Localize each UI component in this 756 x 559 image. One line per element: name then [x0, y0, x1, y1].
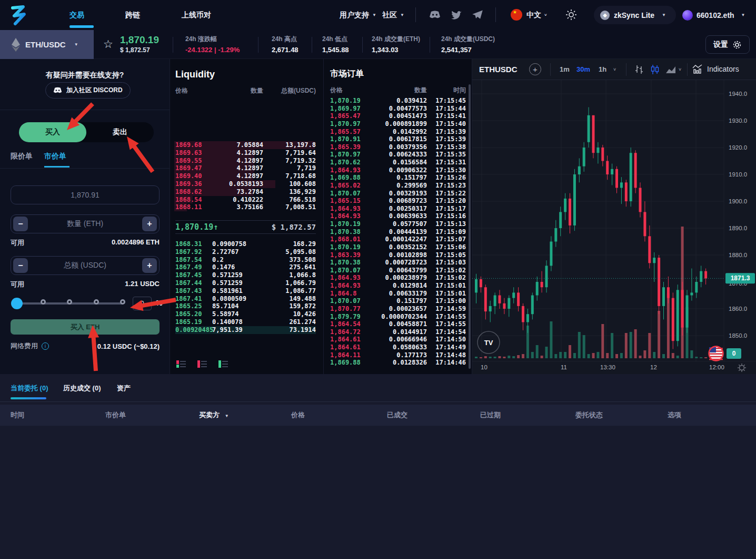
bid-row[interactable]: 1865.2585.7104159,872	[175, 302, 316, 310]
tab-assets[interactable]: 资产	[117, 384, 131, 393]
trade-row: 1,870.910.0061781517:15:39	[330, 135, 466, 143]
total-minus-button[interactable]: −	[13, 258, 28, 273]
limit-order-tab[interactable]: 限价单	[11, 152, 33, 161]
nav-support-menu[interactable]: 用户支持▼	[340, 0, 376, 30]
tab-trade-history[interactable]: 历史成交 (0)	[63, 384, 101, 393]
book-view-bids-icon[interactable]	[218, 360, 228, 368]
chevron-down-icon: ▼	[225, 414, 229, 418]
twitter-icon[interactable]	[451, 9, 462, 21]
buy-eth-button[interactable]: 买入 ETH	[11, 319, 160, 335]
compare-plus-icon[interactable]: +	[529, 63, 541, 75]
trade-row: 1,870.070.0064379917:15:02	[330, 267, 466, 274]
side-filter[interactable]: 买卖方 ▼	[199, 410, 291, 420]
bid-row[interactable]: 1868.310.0900758168.29	[175, 240, 316, 248]
ask-row[interactable]: 1868.540.410222766.518	[175, 196, 316, 204]
language-selector[interactable]: 中文˅	[526, 0, 547, 30]
scrollbar[interactable]	[469, 84, 471, 369]
trade-row: 1,864.930.00023897917:15:02	[330, 274, 466, 282]
bid-row[interactable]: 1865.190.140078261.274	[175, 318, 316, 326]
timeframe-30m[interactable]: 30m	[576, 65, 590, 73]
bid-row[interactable]: 1867.410.0800509149.488	[175, 295, 316, 303]
candles-style-icon[interactable]	[649, 64, 661, 75]
amount-input[interactable]: 数量 (ETH)	[67, 219, 103, 229]
discord-icon[interactable]	[429, 9, 441, 21]
slider-stop-75[interactable]	[94, 299, 99, 305]
bid-row[interactable]: 1867.922.727675,095.08	[175, 248, 316, 256]
bid-row[interactable]: 1867.450.5712591,066.8	[175, 271, 316, 279]
ask-row[interactable]: 1868.113.751667,008.51	[175, 203, 316, 211]
stat-volume-usdc: 24h 成交量(USDC)2,541,357	[441, 35, 495, 54]
bid-row[interactable]: 1867.440.5712591,066.79	[175, 279, 316, 287]
zigzag-logo[interactable]	[8, 4, 28, 26]
slider-stop-50[interactable]	[67, 299, 72, 305]
trade-row: 1,870.380.0044413917:15:09	[330, 228, 466, 236]
available-eth-row: 可用0.0024896 ETH	[11, 238, 160, 248]
spread-usd: $ 1,872.57	[272, 223, 316, 231]
ask-row[interactable]: 1869.634.128977,719.64	[175, 149, 316, 157]
bid-row[interactable]: 1865.205.5897410,426	[175, 310, 316, 318]
bars-style-icon[interactable]	[633, 64, 645, 75]
info-icon[interactable]: i	[42, 342, 49, 350]
svg-text:12:00: 12:00	[709, 364, 724, 370]
settings-button[interactable]: 设置	[705, 35, 750, 54]
buy-tab[interactable]: 买入	[19, 122, 86, 142]
amount-plus-button[interactable]: +	[142, 217, 157, 231]
ask-row[interactable]: 1869.474.128977,719	[175, 164, 316, 172]
stat-high: 24h 高点2,671.48	[272, 35, 299, 54]
book-view-both-icon[interactable]	[176, 360, 186, 368]
trade-row: 1,864.930.0090632217:15:30	[330, 166, 466, 174]
timeframe-1h[interactable]: 1h	[599, 65, 606, 73]
candlestick-chart[interactable]: 1940.01930.01920.01910.01900.01890.01880…	[472, 80, 756, 374]
slider-stop-25[interactable]	[41, 299, 46, 305]
amount-minus-button[interactable]: −	[13, 217, 28, 231]
total-plus-button[interactable]: +	[142, 258, 157, 273]
sell-tab[interactable]: 卖出	[86, 122, 154, 142]
telegram-icon[interactable]	[472, 9, 483, 21]
wallet-avatar	[682, 10, 693, 21]
trade-row: 1,869.970.0047757317:15:44	[330, 105, 466, 113]
ask-row[interactable]: 1869.404.128977,718.68	[175, 172, 316, 180]
svg-text:1871.3: 1871.3	[731, 274, 750, 282]
ask-row[interactable]: 1869.554.128977,719.32	[175, 157, 316, 165]
order-book-header: 价格数量总额(USDC)	[175, 86, 316, 95]
trade-row: 1,870.070.15179717:15:00	[330, 297, 466, 305]
chart-symbol: ETHUSDC	[479, 65, 518, 74]
tab-open-orders[interactable]: 当前委托 (0)	[11, 384, 48, 393]
nav-list-pair[interactable]: 上线币对	[182, 0, 211, 30]
nav-bridge[interactable]: 跨链	[125, 0, 140, 30]
network-fee-row: 网络费用i 0.12 USDC (~$0.12)	[11, 341, 160, 351]
bid-row[interactable]: 1867.430.5819611,086.77	[175, 287, 316, 295]
bid-row[interactable]: 1867.540.2373.508	[175, 256, 316, 264]
trade-row: 1,870.620.015658417:15:31	[330, 159, 466, 166]
indicators-button[interactable]: Indicators	[692, 64, 739, 74]
slider-handle[interactable]	[11, 298, 23, 309]
timeframe-chevron-icon[interactable]: ˅	[613, 67, 616, 72]
zksync-icon: ◆	[600, 11, 610, 20]
trade-panel: 有疑问并需要在线支持? 加入社区 DISCORD 买入 卖出 限价单 市价单 1…	[0, 59, 170, 374]
slider-stop-100[interactable]	[120, 299, 125, 305]
total-input[interactable]: 总额 (USDC)	[64, 261, 106, 270]
favorite-star-icon[interactable]: ☆	[103, 38, 113, 51]
ask-row[interactable]: 1869.360.0538193100.608	[175, 180, 316, 188]
trade-row: 1,869.880.15179717:15:26	[330, 174, 466, 182]
timeframe-1m[interactable]: 1m	[560, 65, 570, 73]
trade-row: 1,868.010.00014224717:15:07	[330, 236, 466, 243]
market-order-tab[interactable]: 市价单	[44, 152, 66, 161]
ask-row[interactable]: 1869.687.0588413,197.8	[175, 141, 316, 149]
style-chevron-icon[interactable]: ˅	[679, 67, 681, 72]
ask-row[interactable]: 1868.6273.2784136,929	[175, 188, 316, 196]
percent-input[interactable]: 0	[133, 297, 152, 310]
bid-row[interactable]: 0.009204857,951.3973.1914	[175, 326, 316, 334]
bid-row[interactable]: 1867.490.1476275.641	[175, 263, 316, 271]
nav-community-menu[interactable]: 社区▼	[382, 0, 404, 30]
price-input[interactable]: 1,870.91	[11, 185, 160, 204]
trade-row: 1,863.390.0010289817:15:05	[330, 251, 466, 259]
pair-selector[interactable]: ETH/USDC ▼	[0, 30, 94, 59]
book-view-asks-icon[interactable]	[197, 360, 207, 368]
join-discord-button[interactable]: 加入社区 DISCORD	[45, 82, 131, 99]
wallet-menu[interactable]: 660102.eth ▼	[682, 6, 745, 24]
network-selector[interactable]: ◆ zkSync Lite ▼	[594, 6, 676, 24]
area-style-icon[interactable]	[665, 64, 677, 75]
svg-text:1880.0: 1880.0	[729, 252, 747, 258]
theme-sun-icon[interactable]	[565, 9, 577, 21]
